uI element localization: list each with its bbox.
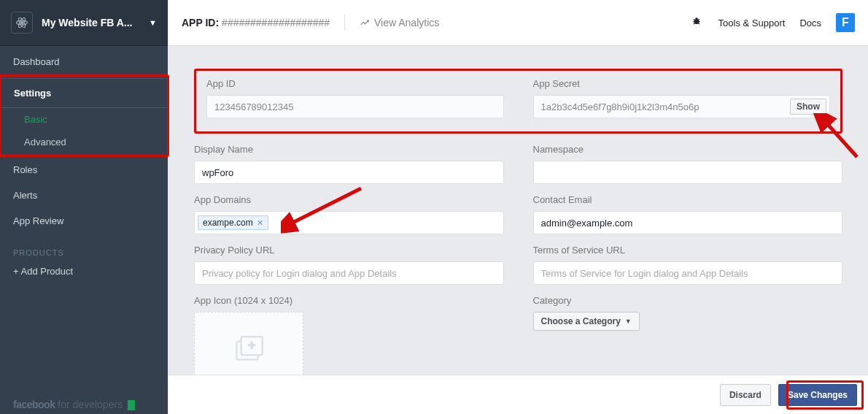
namespace-input[interactable] [533,161,843,184]
bug-icon[interactable] [691,15,702,30]
sidebar-app-selector[interactable]: My Website FB A... ▼ [0,0,168,46]
nav-roles[interactable]: Roles [0,157,168,183]
terms-url-input[interactable] [533,261,843,285]
category-dropdown[interactable]: Choose a Category ▼ [533,312,640,331]
app-secret-field: 1a2b3c4d5e6f7g8h9i0j1k2l3m4n5o6p Show [533,95,831,118]
image-placeholder-icon: + [230,332,267,369]
category-label: Category [533,295,843,306]
category-selected: Choose a Category [541,316,621,326]
nav-app-review[interactable]: App Review [0,208,168,234]
privacy-url-label: Privacy Policy URL [194,245,504,256]
save-changes-button[interactable]: Save Changes [778,384,857,406]
highlight-credentials-box: App ID App Secret 1a2b3c4d5e6f7g8h9i0j1k… [194,69,842,134]
facebook-logo-text: facebook [13,399,55,410]
divider [344,15,345,31]
app-domains-label: App Domains [194,194,504,205]
remove-tag-icon[interactable]: ✕ [257,218,263,228]
green-accent-icon [128,400,135,410]
nav-alerts[interactable]: Alerts [0,183,168,208]
app-secret-value: 1a2b3c4d5e6f7g8h9i0j1k2l3m4n5o6p [541,101,791,112]
nav-dashboard[interactable]: Dashboard [0,46,168,74]
view-analytics-link[interactable]: View Analytics [360,17,439,28]
footer-suffix: for developers [58,399,123,410]
highlight-settings-section: Settings Basic Advanced [0,74,169,157]
sidebar: My Website FB A... ▼ Dashboard Settings … [0,0,168,414]
app-title: My Website FB A... [42,17,146,28]
contact-email-label: Contact Email [533,194,843,205]
contact-email-input[interactable] [533,211,843,234]
atom-icon [11,12,33,34]
topbar: APP ID: ################### View Analyti… [168,0,868,46]
footer-bar: Discard Save Changes [168,375,868,414]
appid-value: ################### [222,17,330,28]
analytics-icon [360,18,370,28]
nav-settings-advanced[interactable]: Advanced [1,131,167,153]
appid-label: APP ID: [182,17,219,28]
app-id-input[interactable] [206,95,504,118]
privacy-url-input[interactable] [194,261,504,285]
svg-point-0 [21,22,23,24]
sidebar-footer: facebook for developers [13,399,135,410]
avatar[interactable]: F [836,13,855,32]
tools-support-link[interactable]: Tools & Support [718,18,786,28]
dropdown-caret-icon: ▼ [625,318,632,325]
nav-settings[interactable]: Settings [1,78,167,107]
terms-url-label: Terms of Service URL [533,245,843,256]
domain-tag-text: exampe.com [203,218,253,228]
nav-settings-basic[interactable]: Basic [1,108,167,131]
caret-down-icon: ▼ [149,18,157,27]
app-secret-label: App Secret [533,78,831,89]
svg-text:+: + [248,338,255,352]
namespace-label: Namespace [533,144,843,155]
analytics-label: View Analytics [374,17,439,28]
app-id-label: App ID [206,78,504,89]
app-icon-label: App Icon (1024 x 1024) [194,295,504,306]
add-product-button[interactable]: + Add Product [0,261,168,281]
display-name-label: Display Name [194,144,504,155]
content: App ID App Secret 1a2b3c4d5e6f7g8h9i0j1k… [168,47,868,414]
products-heading: PRODUCTS [0,234,168,261]
show-secret-button[interactable]: Show [790,99,826,115]
domain-tag[interactable]: exampe.com ✕ [198,215,268,230]
app-domains-input[interactable]: exampe.com ✕ [194,211,504,234]
docs-link[interactable]: Docs [799,18,821,28]
display-name-input[interactable] [194,161,504,184]
discard-button[interactable]: Discard [720,384,771,406]
